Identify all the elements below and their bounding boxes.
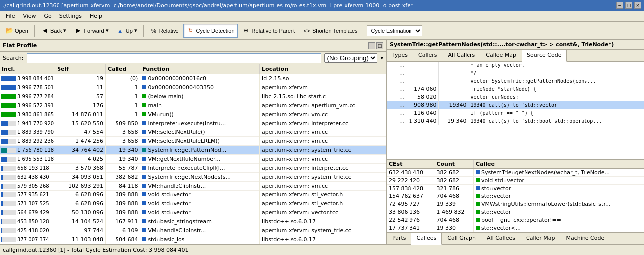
- src-cost2: 19 340: [439, 117, 468, 125]
- table-row[interactable]: 577 935 621 6 628 096 389 888 void std::…: [0, 191, 386, 199]
- callee-row[interactable]: 632 438 430 382 682 SystemTrie::getNextN…: [387, 169, 644, 177]
- relative-to-parent-button[interactable]: ⊕ Relative to Parent: [239, 24, 298, 38]
- back-button[interactable]: ◀ Back ▾: [37, 24, 70, 38]
- callee-row[interactable]: 154 762 637 704 468 std::vector: [387, 192, 644, 200]
- tab-call-graph[interactable]: Call Graph: [442, 233, 481, 244]
- table-row[interactable]: 3 980 861 865 14 876 011 1 VM::run() ape…: [0, 110, 386, 119]
- tab-machine-code[interactable]: Machine Code: [561, 233, 610, 244]
- cell-incl: 564 679 429: [0, 208, 55, 217]
- toolbar-separator-1: [34, 25, 35, 37]
- callee-cell-cest: 17 737 341: [387, 224, 434, 232]
- up-button[interactable]: ▲ Up ▾: [113, 24, 141, 38]
- table-row[interactable]: 1 943 770 920 15 620 550 509 850 Interpr…: [0, 119, 386, 128]
- callee-col-cest[interactable]: CEst: [387, 160, 434, 169]
- cell-incl: 453 850 128: [0, 217, 55, 226]
- tab-caller-map[interactable]: Caller Map: [521, 233, 561, 244]
- callee-row[interactable]: 22 542 976 704 468 bool __gnu_cxx::opera…: [387, 216, 644, 224]
- tab-callee-map[interactable]: Callee Map: [480, 50, 522, 61]
- callee-cell-callee: std::vector: [473, 185, 644, 192]
- cell-self: 176: [55, 101, 106, 110]
- maximize-panel-button[interactable]: □: [376, 42, 383, 49]
- col-function[interactable]: Function: [140, 64, 260, 74]
- back-dropdown-icon[interactable]: ▾: [63, 27, 66, 34]
- tab-callers[interactable]: Callers: [413, 50, 443, 61]
- estimation-select[interactable]: Cycle Estimation: [367, 25, 422, 36]
- src-cost2: 19340: [439, 101, 468, 109]
- cycle-detection-label: Cycle Detection: [196, 28, 234, 34]
- toolbar-separator-3: [364, 25, 364, 37]
- search-bar: Search: (No Grouping) ▾: [0, 52, 386, 64]
- table-row[interactable]: 3 996 572 391 176 1 main apertium-xfervm…: [0, 101, 386, 110]
- table-row[interactable]: 1 756 780 118 34 764 402 19 340 SystemTr…: [0, 146, 386, 155]
- cell-called: 1: [106, 83, 140, 92]
- cycle-detection-button[interactable]: ↻ Cycle Detection: [183, 24, 238, 38]
- table-row[interactable]: 453 850 128 14 104 524 167 911 std::basi…: [0, 217, 386, 226]
- up-dropdown-icon[interactable]: ▾: [134, 27, 137, 34]
- cell-location: apertium-xfervm: system_trie.cc: [260, 173, 386, 182]
- grouping-dropdown-btn[interactable]: ▾: [380, 55, 383, 61]
- src-cost1: [407, 62, 439, 69]
- table-row[interactable]: 571 307 525 6 628 096 389 888 void std::…: [0, 199, 386, 208]
- table-row[interactable]: 579 305 268 102 693 291 84 118 VM::handl…: [0, 182, 386, 191]
- table-row[interactable]: 3 996 777 284 57 1 (below main) libc-2.1…: [0, 92, 386, 101]
- shorten-templates-button[interactable]: <> Shorten Templates: [299, 24, 361, 38]
- table-row[interactable]: 3 996 778 501 11 1 0x00000000000403350 a…: [0, 83, 386, 92]
- callee-cell-count: 19 339: [434, 200, 473, 208]
- table-row[interactable]: 425 418 020 97 744 6 109 VM::handleClipI…: [0, 226, 386, 235]
- menu-go[interactable]: Go: [40, 12, 56, 20]
- table-row[interactable]: 632 438 430 34 093 051 382 682 SystemTri…: [0, 173, 386, 182]
- forward-button[interactable]: ▶ Forward ▾: [71, 24, 112, 38]
- menu-help[interactable]: Help: [86, 12, 106, 20]
- search-input[interactable]: [27, 53, 322, 63]
- col-called[interactable]: Called: [106, 64, 140, 74]
- table-row[interactable]: 377 007 374 11 103 048 504 684 std::basi…: [0, 235, 386, 244]
- table-row[interactable]: 1 695 553 118 4 025 19 340 VM::getNextRu…: [0, 155, 386, 164]
- callee-cell-cest: 157 838 428: [387, 185, 434, 192]
- maximize-button[interactable]: □: [625, 2, 632, 9]
- cell-called: 1: [106, 101, 140, 110]
- tab-parts[interactable]: Parts: [387, 233, 411, 244]
- source-row: ... 174 060 TrieNode *startNode) {: [387, 85, 644, 93]
- table-row[interactable]: 1 889 339 790 47 554 3 658 VM::selectNex…: [0, 128, 386, 137]
- cell-self: 47 554: [55, 128, 106, 137]
- relative-button[interactable]: % Relative: [146, 24, 182, 38]
- table-row[interactable]: 658 193 118 3 570 368 55 787 Interpreter…: [0, 164, 386, 173]
- tab-callees[interactable]: Callees: [411, 233, 442, 245]
- cell-called: 389 888: [106, 208, 140, 217]
- col-self[interactable]: Self: [55, 64, 106, 74]
- cell-location: apertium-xfervm: system_trie.cc: [260, 226, 386, 235]
- table-row[interactable]: 564 679 429 50 130 096 389 888 void std:…: [0, 208, 386, 217]
- col-location[interactable]: Location: [260, 64, 386, 74]
- callee-col-callee[interactable]: Callee: [473, 160, 644, 169]
- cell-function: std::basic_ios: [140, 235, 260, 244]
- src-cost2: [439, 93, 468, 101]
- grouping-select[interactable]: (No Grouping): [324, 53, 377, 63]
- cell-function: VM::handleClipInstr...: [140, 182, 260, 191]
- callee-col-count[interactable]: Count: [434, 160, 473, 169]
- open-button[interactable]: 📂 Open: [2, 24, 32, 38]
- callee-row[interactable]: 33 806 136 1 469 832 std::vector: [387, 208, 644, 216]
- minimize-panel-button[interactable]: _: [368, 42, 375, 49]
- tab-types[interactable]: Types: [387, 50, 413, 61]
- tab-all-callers[interactable]: All Callers: [443, 50, 481, 61]
- col-incl[interactable]: Incl.: [0, 64, 55, 74]
- cell-location: apertium-xfervm: vm.cc: [260, 155, 386, 164]
- cycle-icon: ↻: [187, 27, 195, 35]
- minimize-button[interactable]: −: [616, 2, 623, 9]
- menu-file[interactable]: File: [2, 12, 19, 20]
- forward-dropdown-icon[interactable]: ▾: [106, 27, 109, 34]
- callee-row[interactable]: 29 222 420 382 682 void std::vector: [387, 177, 644, 185]
- close-button[interactable]: ×: [634, 2, 641, 9]
- menu-settings[interactable]: Settings: [56, 12, 86, 20]
- source-table: ... * an empty vector. ... */ ... vector…: [387, 62, 644, 125]
- tab-all-callees[interactable]: All Callees: [481, 233, 521, 244]
- src-cost2: [439, 77, 468, 85]
- table-row[interactable]: 3 998 084 401 19 (0) 0x0000000000016c0 l…: [0, 74, 386, 83]
- table-row[interactable]: 1 889 292 236 1 474 256 3 658 VM::select…: [0, 137, 386, 146]
- callee-row[interactable]: 17 737 341 19 330 std::vector<...: [387, 224, 644, 232]
- tab-source-code[interactable]: Source Code: [522, 50, 567, 62]
- menu-view[interactable]: View: [19, 12, 40, 20]
- callee-row[interactable]: 157 838 428 321 786 std::vector: [387, 185, 644, 192]
- callee-row[interactable]: 72 495 727 19 339 VMWstringUtils::lemmaT…: [387, 200, 644, 208]
- src-code: vector curNodes;: [468, 93, 644, 101]
